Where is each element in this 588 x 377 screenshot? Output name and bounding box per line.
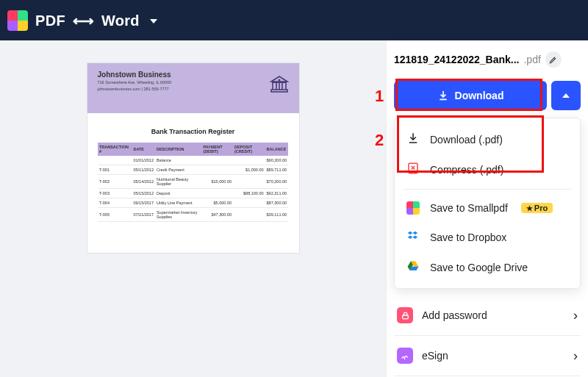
chevron-right-icon: ›: [573, 308, 578, 323]
menu-compress-pdf[interactable]: Compress (.pdf): [395, 154, 580, 184]
table-header-cell: PAYMENT (DEBIT): [202, 143, 233, 156]
table-header-row: TRANSACTION #DATEDESCRIPTIONPAYMENT (DEB…: [98, 143, 288, 156]
table-header-cell: DATE: [132, 143, 155, 156]
business-name: Johnstown Business: [98, 71, 289, 79]
table-cell: Nutritional Beauty Supplier: [155, 175, 202, 189]
table-cell: Credit Payment: [155, 165, 202, 175]
table-cell: 05/11/2012: [132, 165, 155, 175]
bank-icon: [268, 73, 290, 98]
table-cell: Balance: [155, 156, 202, 165]
chevron-up-icon: [562, 93, 570, 98]
tool-title-left: PDF: [35, 12, 65, 29]
table-cell: [233, 175, 265, 189]
table-cell: [202, 189, 233, 198]
download-menu-toggle[interactable]: [551, 81, 581, 110]
table-row: 01/01/2012Balance$90,200.00: [98, 156, 288, 165]
table-cell: [233, 208, 265, 222]
table-row: T-00507/21/2017Supermarket Inventory Sup…: [98, 208, 288, 222]
menu-label: Save to Dropbox: [430, 231, 506, 243]
table-cell: [98, 156, 132, 165]
table-row: T-00305/15/2012Deposit$88,100.00$92,311.…: [98, 189, 288, 198]
divider: [394, 376, 581, 376]
top-bar: PDF ⟷ Word: [0, 0, 588, 40]
esign-row[interactable]: eSign ›: [394, 340, 581, 371]
table-cell: T-004: [98, 198, 132, 208]
table-cell: $89,711.00: [265, 165, 289, 175]
add-password-row[interactable]: Add password ›: [394, 300, 581, 331]
table-cell: $88,100.00: [233, 189, 265, 198]
business-address-1: 716 Somewhere Ave, Wheeling, IL 60000: [98, 80, 289, 85]
tool-title-right: Word: [101, 12, 140, 29]
filename-row: 121819_24122022_Bank... .pdf: [394, 51, 581, 68]
table-cell: $15,000.00: [202, 175, 233, 189]
preview-panel: Johnstown Business 716 Somewhere Ave, Wh…: [0, 40, 386, 377]
transaction-table: TRANSACTION #DATEDESCRIPTIONPAYMENT (DEB…: [98, 143, 288, 222]
table-cell: 05/15/2012: [132, 189, 155, 198]
sidebar: 121819_24122022_Bank... .pdf 1 Download: [386, 40, 588, 377]
table-cell: $90,200.00: [265, 156, 289, 165]
smallpdf-logo: [7, 10, 28, 31]
menu-label: Compress (.pdf): [430, 164, 503, 176]
menu-label: Save to Smallpdf: [430, 202, 508, 214]
tool-title[interactable]: PDF ⟷ Word: [35, 12, 157, 29]
table-cell: 07/21/2017: [132, 208, 155, 222]
table-header-cell: TRANSACTION #: [98, 143, 132, 156]
document-page[interactable]: Johnstown Business 716 Somewhere Ave, Wh…: [87, 62, 300, 254]
table-cell: 06/15/2017: [132, 198, 155, 208]
table-cell: 01/01/2012: [132, 156, 155, 165]
edit-filename-button[interactable]: [545, 51, 562, 68]
svg-point-1: [278, 79, 280, 82]
svg-rect-3: [402, 315, 408, 318]
action-label: Add password: [422, 309, 487, 321]
table-cell: $1,000.00: [233, 165, 265, 175]
dropbox-icon: [406, 229, 420, 245]
table-cell: Supermarket Inventory Supplies: [155, 208, 202, 222]
table-header-cell: BALANCE: [265, 143, 289, 156]
table-cell: $39,111.00: [265, 208, 289, 222]
download-button-label: Download: [455, 90, 504, 101]
signature-icon: [397, 348, 413, 364]
table-cell: [233, 156, 265, 165]
bidirectional-arrow-icon: ⟷: [73, 12, 94, 29]
business-address-2: johnstownbusiness.com | 281-555-7777: [98, 87, 289, 92]
menu-separator: [404, 189, 571, 190]
download-area: Download: [394, 81, 581, 110]
compress-icon: [406, 162, 420, 177]
table-cell: [233, 198, 265, 208]
menu-save-smallpdf[interactable]: Save to Smallpdf Pro: [395, 194, 580, 222]
download-icon: [437, 90, 449, 101]
menu-download-pdf[interactable]: Download (.pdf): [395, 124, 580, 154]
table-cell: $92,311.00: [265, 189, 289, 198]
table-cell: $70,200.00: [265, 175, 289, 189]
pro-badge: Pro: [521, 203, 553, 213]
table-header-cell: DEPOSIT (CREDIT): [233, 143, 265, 156]
table-row: T-00105/11/2012Credit Payment$1,000.00$8…: [98, 165, 288, 175]
action-label: eSign: [422, 350, 448, 362]
smallpdf-icon: [406, 201, 420, 215]
table-cell: Deposit: [155, 189, 202, 198]
file-extension: .pdf: [523, 54, 540, 65]
table-cell: T-003: [98, 189, 132, 198]
menu-save-dropbox[interactable]: Save to Dropbox: [395, 222, 580, 252]
table-cell: Utility Line Payment: [155, 198, 202, 208]
menu-save-gdrive[interactable]: Save to Google Drive: [395, 252, 580, 282]
table-row: T-00205/14/2012Nutritional Beauty Suppli…: [98, 175, 288, 189]
filename: 121819_24122022_Bank...: [394, 54, 519, 65]
chevron-right-icon: ›: [573, 348, 578, 364]
doc-header: Johnstown Business 716 Somewhere Ave, Wh…: [87, 63, 299, 113]
doc-page-title: Bank Transaction Register: [87, 128, 299, 135]
menu-label: Download (.pdf): [430, 134, 503, 146]
download-dropdown: Download (.pdf) Compress (.pdf) Save to …: [394, 118, 581, 289]
table-cell: T-005: [98, 208, 132, 222]
table-cell: $47,300.00: [202, 208, 233, 222]
google-drive-icon: [406, 259, 420, 275]
table-cell: [202, 165, 233, 175]
main: Johnstown Business 716 Somewhere Ave, Wh…: [0, 40, 588, 377]
table-cell: 05/14/2012: [132, 175, 155, 189]
table-cell: $87,300.00: [265, 198, 289, 208]
lock-icon: [397, 307, 413, 323]
table-cell: [202, 156, 233, 165]
chevron-down-icon: [150, 19, 157, 24]
download-button[interactable]: Download: [394, 81, 547, 110]
menu-label: Save to Google Drive: [430, 262, 528, 273]
